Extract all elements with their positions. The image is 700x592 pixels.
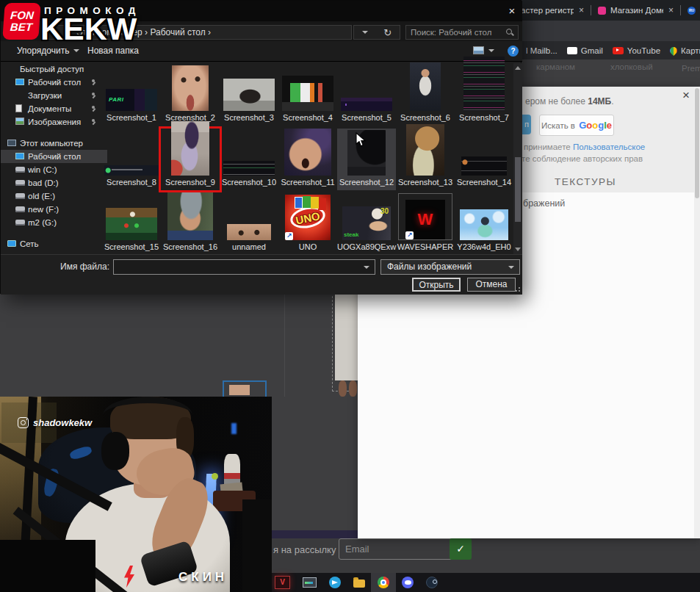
chrome-icon <box>378 577 389 588</box>
modal-scrollbar-thumb[interactable] <box>695 88 699 198</box>
file-tile[interactable]: Screenshot_7 <box>455 64 513 126</box>
sidebar-item-label: Изображения <box>28 118 81 126</box>
file-thumbnail <box>410 62 441 111</box>
sidebar-item-label: Этот компьютер <box>20 139 83 148</box>
terms-link[interactable]: Пользовательское <box>573 142 645 151</box>
file-name-label: Screenshot_5 <box>337 113 396 122</box>
sidebar-item[interactable]: Сеть <box>1 237 107 250</box>
file-thumbnail <box>406 124 444 176</box>
scroll-up-icon[interactable] <box>515 66 521 70</box>
page-ghost-text: карманом <box>536 62 575 71</box>
filename-dropdown-icon[interactable] <box>364 266 369 269</box>
taskbar-app-steam[interactable] <box>426 573 438 592</box>
sidebar-item[interactable]: Загрузки <box>1 89 107 102</box>
file-tile[interactable]: 30steakUOGXa89QExw <box>337 193 396 255</box>
file-name-label: Y236w4d_EH0 <box>455 242 513 251</box>
new-folder-button[interactable]: Новая папка <box>87 46 139 56</box>
file-thumbnail-area <box>161 193 220 240</box>
file-tile[interactable]: unnamed <box>220 193 278 255</box>
file-tile[interactable]: Screenshot_16 <box>161 193 220 255</box>
taskbar-app-v-app[interactable]: V <box>275 573 290 592</box>
file-thumbnail <box>284 129 331 176</box>
help-button[interactable]: ? <box>508 46 519 57</box>
view-mode-dropdown-icon[interactable] <box>488 49 494 52</box>
google-logo: Google <box>579 120 612 131</box>
steam-icon <box>426 577 438 588</box>
sidebar-item[interactable]: Документы <box>1 102 107 115</box>
search-icon[interactable] <box>506 29 513 36</box>
bookmark-item[interactable]: Gmail <box>567 46 603 55</box>
sidebar-item[interactable]: old (E:) <box>1 189 107 203</box>
file-tile[interactable]: Screenshot_3 <box>220 64 278 126</box>
modal-close-icon[interactable]: × <box>682 88 690 103</box>
open-button[interactable]: Открыть <box>412 278 461 292</box>
scroll-down-icon[interactable] <box>515 248 521 251</box>
file-tile[interactable]: Screenshot_2 <box>161 64 220 126</box>
taskbar-app-telegram[interactable] <box>329 573 341 592</box>
file-tile[interactable]: Screenshot_8 <box>102 129 161 190</box>
modal-scrollbar[interactable] <box>694 87 700 538</box>
tab-close-icon[interactable]: × <box>579 6 584 15</box>
sidebar-item[interactable]: Рабочий стол <box>1 76 107 89</box>
file-thumbnail-area: UNO↗ <box>278 193 337 240</box>
file-tile[interactable]: Screenshot_15 <box>102 193 161 255</box>
taskbar-app-folder[interactable] <box>353 573 365 592</box>
file-tile[interactable]: UNO↗UNO <box>278 193 337 255</box>
file-tile[interactable]: Screenshot_4 <box>278 64 337 126</box>
resize-grip[interactable] <box>514 287 520 293</box>
file-thumbnail-area <box>102 193 161 240</box>
file-tile[interactable]: Screenshot_5 <box>337 64 396 126</box>
file-tile[interactable]: Screenshot_14 <box>455 129 513 190</box>
newsletter-submit-button[interactable]: ✓ <box>450 538 472 560</box>
browser-tab[interactable]: RUКупит <box>683 0 700 21</box>
file-tile[interactable]: Screenshot_9 <box>161 129 220 190</box>
dialog-scrollbar-thumb[interactable] <box>515 157 521 222</box>
bookmark-item[interactable]: YouTube <box>613 46 660 55</box>
sidebar-item[interactable]: Этот компьютер <box>1 137 107 150</box>
file-thumbnail-area <box>337 129 396 176</box>
sidebar-item[interactable]: win (C:) <box>1 163 107 176</box>
file-tile[interactable]: PARIScreenshot_1 <box>102 64 161 126</box>
bookmark-item[interactable]: Карты <box>670 46 700 55</box>
file-tile[interactable]: Screenshot_11 <box>278 129 337 190</box>
file-tile[interactable]: Screenshot_10 <box>220 129 278 190</box>
sidebar-item[interactable]: new (F:) <box>1 203 107 216</box>
search-in-google-button[interactable]: Искать в Google <box>539 115 614 136</box>
filename-input[interactable] <box>114 260 365 274</box>
sidebar-item[interactable]: bad (D:) <box>1 176 107 189</box>
refresh-icon[interactable]: ↻ <box>383 28 392 37</box>
browser-tab[interactable]: Магазин Домен× <box>593 0 678 21</box>
taskbar-app-discord[interactable] <box>402 573 414 592</box>
file-thumbnail-area <box>161 129 220 176</box>
system-monitor-icon <box>303 577 317 588</box>
sidebar-item[interactable]: Изображения <box>1 115 107 129</box>
file-tile[interactable]: W↗WAVESHAPER <box>396 193 455 255</box>
file-thumbnail-area <box>278 129 337 176</box>
search-input[interactable] <box>406 26 509 39</box>
dialog-scrollbar[interactable] <box>513 63 522 254</box>
taskbar-app-system-monitor[interactable] <box>303 573 317 592</box>
bookmark-label: Gmail <box>581 46 603 55</box>
browser-tab[interactable]: астер регистр× <box>516 0 588 21</box>
sidebar-item[interactable]: m2 (G:) <box>1 216 107 229</box>
file-tile[interactable]: Y236w4d_EH0 <box>455 193 513 255</box>
fonbet-logo: FONBET <box>2 3 40 40</box>
address-dropdown-icon[interactable] <box>362 31 368 34</box>
sidebar-item[interactable]: Быстрый доступ <box>1 62 107 76</box>
file-tile[interactable]: Screenshot_13 <box>396 129 455 190</box>
filetype-select[interactable]: Файлы изображений <box>380 259 520 275</box>
sidebar-item[interactable]: Рабочий стол <box>1 150 107 163</box>
cancel-button[interactable]: Отмена <box>467 278 516 292</box>
email-field[interactable] <box>339 538 462 560</box>
file-tile[interactable]: Screenshot_12 <box>337 129 396 190</box>
organize-button[interactable]: Упорядочить <box>17 46 79 56</box>
taskbar-app-chrome[interactable] <box>371 573 396 592</box>
webcam-overlay: shadowkekw СКИН <box>0 397 272 592</box>
file-tile[interactable]: Screenshot_6 <box>396 64 455 126</box>
view-mode-icon[interactable] <box>473 46 484 54</box>
file-thumbnail <box>104 165 159 176</box>
bookmark-label: l Mailb... <box>526 46 558 55</box>
file-thumbnail-area: W↗ <box>398 193 452 240</box>
dialog-close-icon[interactable]: × <box>502 3 522 19</box>
tab-close-icon[interactable]: × <box>668 6 674 15</box>
